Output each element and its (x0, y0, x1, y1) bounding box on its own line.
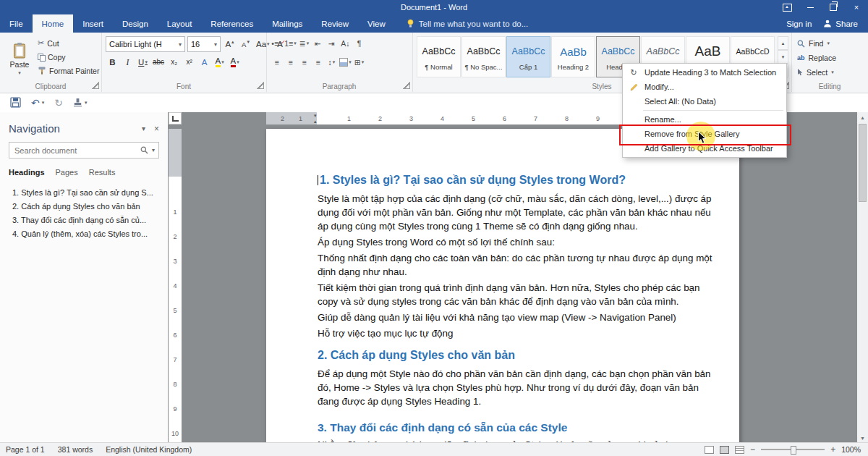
nav-tab-pages[interactable]: Pages (56, 168, 78, 177)
align-left-button[interactable]: ≡ (271, 55, 283, 69)
zoom-level[interactable]: 100% (841, 445, 861, 454)
line-spacing-button[interactable]: ↕▾ (326, 55, 338, 69)
language-indicator[interactable]: English (United Kingdom) (106, 445, 192, 454)
grow-font-button[interactable]: A▴ (223, 38, 237, 51)
copy-button[interactable]: Copy (38, 51, 99, 63)
borders-button[interactable]: ⊞▾ (353, 55, 365, 69)
page-count[interactable]: Page 1 of 1 (6, 445, 45, 454)
zoom-in-button[interactable]: + (830, 445, 835, 454)
align-center-button[interactable]: ≡ (284, 55, 297, 69)
clipboard-dialog-launcher[interactable] (92, 82, 99, 89)
style-item-heading-2[interactable]: AaBb Heading 2 (551, 36, 595, 77)
document-page[interactable]: 1. Styles là gì? Tại sao cần sử dụng Sty… (266, 129, 739, 443)
justify-button[interactable]: ≡ (312, 55, 324, 69)
tab-stop-selector[interactable] (169, 112, 182, 124)
replace-button[interactable]: ab Replace (797, 51, 836, 64)
underline-button[interactable]: U▾ (136, 55, 150, 69)
search-icon[interactable] (140, 146, 148, 154)
heading-list-item-3[interactable]: 3. Thay đổi các định dạng có sẵn củ... (0, 214, 168, 227)
heading-list-item-4[interactable]: 4. Quản lý (thêm, xóa) các Styles tro... (0, 227, 168, 241)
bold-button[interactable]: B (106, 55, 119, 69)
text-effects-button[interactable]: A (197, 55, 211, 69)
tab-layout[interactable]: Layout (158, 14, 202, 33)
word-count[interactable]: 381 words (58, 445, 93, 454)
vertical-scrollbar[interactable]: ▲ ▼ (857, 112, 868, 443)
zoom-slider-thumb[interactable] (791, 446, 796, 455)
subscript-button[interactable]: x₂ (167, 55, 181, 69)
first-line-indent-marker[interactable]: ▾ (314, 113, 317, 118)
show-formatting-marks-button[interactable]: ¶ (353, 36, 365, 50)
font-family-combo[interactable]: Calibri Light (H ▾ (106, 36, 185, 52)
tab-file[interactable]: File (0, 14, 33, 33)
style-preview: AaBbCc (422, 41, 456, 62)
navigation-pane-options-icon[interactable]: ▾ (142, 124, 145, 132)
zoom-slider[interactable] (761, 449, 825, 450)
strikethrough-button[interactable]: abc (151, 55, 166, 69)
search-input[interactable] (13, 145, 137, 156)
bullets-button[interactable]: •≡▾ (271, 36, 283, 50)
sign-in-link[interactable]: Sign in (786, 20, 812, 28)
paragraph-dialog-launcher[interactable] (403, 82, 410, 89)
redo-button[interactable]: ↻ (54, 98, 63, 108)
ribbon-display-options-button[interactable] (775, 0, 799, 14)
format-painter-button[interactable]: Format Painter (38, 64, 99, 77)
share-button[interactable]: Share (823, 20, 858, 28)
customize-qat-button[interactable]: ▾ (73, 98, 88, 107)
increase-indent-button[interactable]: ⇥ (326, 36, 338, 50)
sort-button[interactable]: A↓ (339, 36, 352, 50)
restore-button[interactable] (822, 0, 845, 14)
search-options-dropdown-icon[interactable]: ▾ (152, 147, 155, 153)
save-button[interactable] (10, 97, 21, 108)
tell-me-box[interactable]: Tell me what you want to do... (407, 14, 529, 33)
tab-mailings[interactable]: Mailings (263, 14, 312, 33)
hanging-indent-marker[interactable]: ▴ (314, 119, 317, 124)
italic-button[interactable]: I (121, 55, 135, 69)
gallery-scroll-up-button[interactable]: ▴ (778, 36, 788, 50)
gallery-scroll-down-button[interactable]: ▾ (778, 50, 788, 64)
multilevel-list-button[interactable]: ≣▾ (298, 36, 310, 50)
font-color-button[interactable]: A▾ (228, 55, 242, 69)
heading-list-item-1[interactable]: 1. Styles là gì? Tại sao cần sử dụng S..… (0, 186, 168, 200)
superscript-button[interactable]: x² (182, 55, 196, 69)
tab-insert[interactable]: Insert (73, 14, 113, 33)
minimize-button[interactable] (799, 0, 822, 14)
navigation-pane-close-icon[interactable]: × (154, 124, 159, 134)
undo-button[interactable]: ↶ ▾ (31, 98, 44, 108)
print-layout-button[interactable] (720, 446, 729, 454)
shrink-font-button[interactable]: A▾ (239, 38, 252, 51)
font-size-combo[interactable]: 16 ▾ (187, 36, 221, 52)
find-button[interactable]: Find ▾ (797, 37, 836, 50)
scrollbar-down-icon[interactable]: ▼ (857, 433, 868, 443)
highlight-button[interactable]: A▾ (213, 55, 226, 69)
tab-home[interactable]: Home (33, 14, 74, 33)
menu-item-update-style[interactable]: ↻ Update Heading 3 to Match Selection (623, 65, 786, 80)
font-dialog-launcher[interactable] (257, 82, 264, 89)
style-item-cap-1[interactable]: AaBbCc Cấp 1 (506, 36, 550, 77)
menu-item-modify[interactable]: Modify... (623, 80, 786, 94)
align-right-button[interactable]: ≡ (298, 55, 310, 69)
tab-references[interactable]: References (201, 14, 263, 33)
style-item-no-spacing[interactable]: AaBbCc ¶ No Spac... (461, 36, 506, 77)
select-button[interactable]: Select ▾ (797, 66, 836, 79)
web-layout-button[interactable] (735, 446, 744, 454)
nav-tab-headings[interactable]: Headings (9, 168, 45, 177)
numbering-button[interactable]: 1≡▾ (284, 36, 297, 50)
close-button[interactable]: × (845, 0, 868, 14)
paste-button[interactable]: Paste ▾ (4, 35, 35, 83)
scrollbar-up-icon[interactable]: ▲ (857, 112, 868, 122)
menu-separator (643, 110, 783, 111)
style-item-normal[interactable]: AaBbCc ¶ Normal (417, 36, 461, 77)
tab-review[interactable]: Review (312, 14, 358, 33)
cut-button[interactable]: ✂ Cut (38, 37, 99, 49)
nav-tab-results[interactable]: Results (89, 168, 116, 177)
heading-list-item-2[interactable]: 2. Cách áp dụng Styles cho văn bản (0, 200, 168, 214)
tab-view[interactable]: View (358, 14, 395, 33)
bullets-icon: •≡ (271, 39, 278, 48)
decrease-indent-button[interactable]: ⇤ (312, 36, 324, 50)
scrollbar-thumb[interactable] (859, 124, 867, 202)
menu-item-select-all[interactable]: Select All: (No Data) (623, 94, 786, 109)
read-mode-button[interactable] (705, 446, 714, 454)
tab-design[interactable]: Design (113, 14, 158, 33)
shading-button[interactable]: ▾ (339, 55, 352, 69)
zoom-out-button[interactable]: − (750, 445, 755, 454)
